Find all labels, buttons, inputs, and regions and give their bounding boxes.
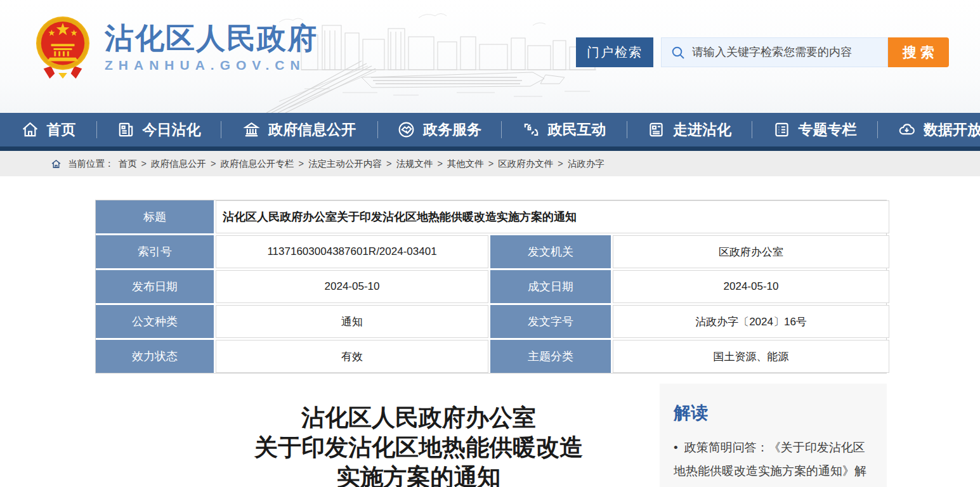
list-icon [773, 120, 791, 139]
nav-item-label: 走进沾化 [673, 120, 731, 140]
nav-item-label: 政府信息公开 [268, 120, 356, 140]
handshake-icon [397, 120, 415, 139]
nav-item-about[interactable]: 走进沾化 [627, 113, 752, 146]
nav-item-open-data[interactable]: 数据开放 [877, 113, 980, 146]
bank-icon [242, 120, 261, 139]
portal-search-button[interactable]: 门户检索 [576, 37, 653, 67]
nav-item-gov-info[interactable]: 政府信息公开 [221, 113, 377, 146]
nav-item-services[interactable]: 政务服务 [377, 113, 501, 146]
nav-item-interaction[interactable]: 政民互动 [501, 113, 627, 146]
document-title-line: 沾化区人民政府办公室 [178, 403, 660, 432]
nav-item-home[interactable]: 首页 [0, 113, 96, 146]
meta-value-doc-number: 沾政办字〔2024〕16号 [613, 305, 889, 338]
nav-item-label: 首页 [47, 120, 76, 140]
chat-icon [522, 120, 540, 139]
document-title-line: 关于印发沾化区地热能供暖改造 [178, 432, 660, 462]
document-title-line: 实施方案的通知 [178, 462, 660, 487]
breadcrumb-link[interactable]: 政府信息公开专栏 [220, 158, 294, 170]
home-icon [21, 120, 39, 139]
meta-label-issuing-agency: 发文机关 [490, 235, 611, 268]
nav-item-label: 政务服务 [423, 120, 481, 140]
meta-label-index-no: 索引号 [96, 235, 214, 268]
national-emblem-icon [35, 14, 91, 81]
meta-label-topic-category: 主题分类 [490, 340, 611, 373]
meta-value-index-no: 11371603004387601R/2024-03401 [216, 235, 488, 268]
meta-value-validity: 有效 [216, 340, 488, 373]
nav-item-label: 专题专栏 [799, 120, 857, 140]
main-content: 标题 沾化区人民政府办公室关于印发沾化区地热能供暖改造实施方案的通知 索引号 1… [0, 200, 980, 487]
breadcrumb-home-icon [51, 159, 62, 169]
meta-label-doc-number: 发文字号 [490, 305, 611, 338]
document-icon [647, 120, 665, 139]
interpretation-panel: 解读 •政策简明问答：《关于印发沾化区地热能供暖改造实施方案的通知》解读 [660, 384, 887, 487]
interpretation-heading: 解读 [674, 401, 874, 424]
document-title: 沾化区人民政府办公室 关于印发沾化区地热能供暖改造 实施方案的通知 [178, 403, 660, 487]
breadcrumb-link[interactable]: 其他文件 [447, 158, 484, 170]
nav-item-today[interactable]: 今日沾化 [96, 113, 221, 146]
breadcrumb-prefix: 当前位置： [68, 158, 114, 170]
bullet-icon: • [674, 441, 678, 454]
nav-item-label: 今日沾化 [143, 120, 201, 140]
meta-value-doc-type: 通知 [216, 305, 488, 338]
site-header: 沾化区人民政府 ZHANHUA.GOV.CN 门户检索 搜 索 [0, 0, 980, 113]
search-box [661, 37, 888, 67]
search-input[interactable] [692, 46, 879, 59]
site-logo[interactable]: 沾化区人民政府 ZHANHUA.GOV.CN [35, 14, 318, 81]
interpretation-link[interactable]: •政策简明问答：《关于印发沾化区地热能供暖改造实施方案的通知》解读 [674, 436, 874, 487]
meta-label-publish-date: 发布日期 [96, 270, 214, 303]
breadcrumb-link[interactable]: 政府信息公开 [151, 158, 206, 170]
article-column: 沾化区人民政府办公室 关于印发沾化区地热能供暖改造 实施方案的通知 [95, 373, 660, 487]
breadcrumb-current[interactable]: 沾政办字 [568, 158, 604, 170]
nav-item-special-topics[interactable]: 专题专栏 [752, 113, 877, 146]
interpretation-link-text: 政策简明问答：《关于印发沾化区地热能供暖改造实施方案的通知》解读 [674, 441, 866, 487]
meta-label-doc-type: 公文种类 [96, 305, 214, 338]
search-submit-button[interactable]: 搜 索 [888, 37, 949, 67]
city-sketch-artwork [266, 0, 622, 113]
meta-value-topic-category: 国土资源、能源 [613, 340, 889, 373]
nav-item-label: 数据开放 [924, 120, 980, 140]
main-navigation: 首页 今日沾化 政府信息公开 政务服务 [0, 113, 980, 146]
breadcrumb-link[interactable]: 法规文件 [396, 158, 433, 170]
meta-value-title: 沾化区人民政府办公室关于印发沾化区地热能供暖改造实施方案的通知 [216, 200, 889, 233]
search-icon [670, 45, 686, 60]
meta-value-issuing-agency: 区政府办公室 [613, 235, 889, 268]
meta-label-title: 标题 [96, 200, 214, 233]
news-icon [117, 120, 135, 139]
breadcrumb: 当前位置： 首页 > 政府信息公开 > 政府信息公开专栏 > 法定主动公开内容 … [0, 151, 980, 176]
nav-item-label: 政民互动 [548, 120, 606, 140]
meta-label-validity: 效力状态 [96, 340, 214, 373]
meta-label-written-date: 成文日期 [490, 270, 611, 303]
breadcrumb-link[interactable]: 区政府办文件 [498, 158, 553, 170]
search-area: 门户检索 搜 索 [576, 37, 949, 67]
meta-value-written-date: 2024-05-10 [613, 270, 889, 303]
cloud-download-icon [898, 120, 916, 139]
breadcrumb-link[interactable]: 法定主动公开内容 [308, 158, 382, 170]
breadcrumb-link[interactable]: 首页 [119, 158, 137, 170]
nav-bottom-strip [0, 146, 980, 151]
document-metadata-table: 标题 沾化区人民政府办公室关于印发沾化区地热能供暖改造实施方案的通知 索引号 1… [95, 200, 887, 373]
site-title: 沾化区人民政府 [105, 22, 318, 55]
site-domain: ZHANHUA.GOV.CN [105, 58, 318, 73]
meta-value-publish-date: 2024-05-10 [216, 270, 488, 303]
